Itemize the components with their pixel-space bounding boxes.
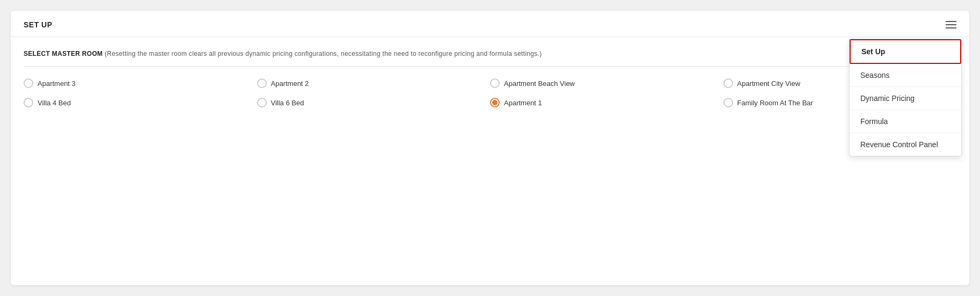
radio-apt-city[interactable]: [723, 78, 733, 88]
radio-family-bar[interactable]: [723, 98, 733, 107]
radio-apt2[interactable]: [257, 78, 267, 88]
radio-villa6[interactable]: [257, 98, 267, 107]
room-label-apt2: Apartment 2: [271, 80, 309, 88]
room-label-apt-beach: Apartment Beach View: [504, 80, 575, 88]
page-wrapper: SET UP SELECT MASTER ROOM (Resetting the…: [11, 11, 969, 285]
room-label-villa4: Villa 4 Bed: [38, 99, 71, 107]
dropdown-item-setup[interactable]: Set Up: [850, 39, 961, 64]
room-option-apt3[interactable]: Apartment 3: [24, 78, 257, 88]
room-label-apt-city: Apartment City View: [737, 80, 801, 88]
room-option-apt1[interactable]: Apartment 1: [490, 98, 723, 107]
main-content: SELECT MASTER ROOM (Resetting the master…: [11, 37, 969, 120]
room-option-villa6[interactable]: Villa 6 Bed: [257, 98, 491, 107]
radio-apt3[interactable]: [24, 78, 33, 88]
room-option-apt-beach[interactable]: Apartment Beach View: [490, 78, 723, 88]
section-label-text: SELECT MASTER ROOM: [24, 50, 103, 57]
room-option-apt2[interactable]: Apartment 2: [257, 78, 491, 88]
menu-line-2: [946, 24, 956, 25]
radio-villa4[interactable]: [24, 98, 33, 107]
menu-line-3: [946, 27, 956, 28]
header: SET UP: [11, 11, 969, 37]
dropdown-item-formula[interactable]: Formula: [850, 110, 961, 133]
radio-apt1-inner: [492, 100, 498, 105]
section-label: SELECT MASTER ROOM (Resetting the master…: [24, 50, 956, 57]
dropdown-item-seasons[interactable]: Seasons: [850, 64, 961, 87]
room-label-apt3: Apartment 3: [38, 80, 76, 88]
room-label-apt1: Apartment 1: [504, 99, 542, 107]
section-note: (Resetting the master room clears all pr…: [103, 50, 542, 57]
room-label-villa6: Villa 6 Bed: [271, 99, 304, 107]
dropdown-menu: Set Up Seasons Dynamic Pricing Formula R…: [849, 39, 962, 156]
menu-icon[interactable]: [946, 21, 956, 28]
room-option-villa4[interactable]: Villa 4 Bed: [24, 98, 257, 107]
radio-apt-beach[interactable]: [490, 78, 500, 88]
menu-line-1: [946, 21, 956, 22]
dropdown-item-dynamic-pricing[interactable]: Dynamic Pricing: [850, 87, 961, 110]
radio-apt1[interactable]: [490, 98, 500, 107]
page-title: SET UP: [24, 20, 53, 29]
room-label-family-bar: Family Room At The Bar: [737, 99, 813, 107]
radio-grid: Apartment 3 Apartment 2 Apartment Beach …: [24, 78, 956, 107]
dropdown-item-revenue-control[interactable]: Revenue Control Panel: [850, 133, 961, 156]
section-divider: [24, 66, 956, 67]
